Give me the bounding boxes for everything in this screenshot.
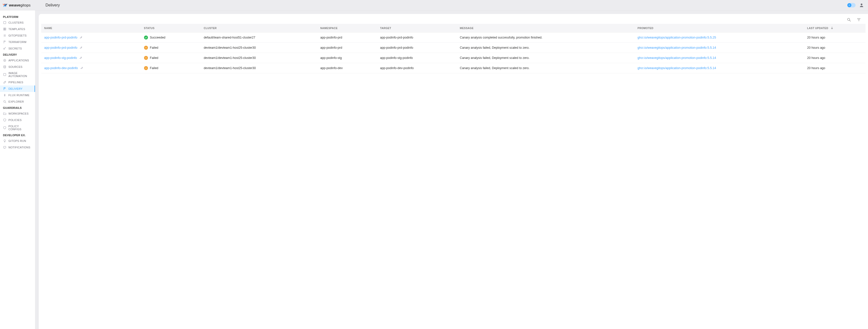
sidebar-item-label: CLUSTERS xyxy=(8,21,24,24)
column-header-target[interactable]: TARGET xyxy=(377,24,457,33)
delivery-name-link[interactable]: app-podinfo-stg-podinfo xyxy=(44,56,77,60)
sidebar-item-label: WORKSPACES xyxy=(8,112,29,115)
cell-target: app-podinfo-stg-podinfo xyxy=(377,53,457,63)
column-header-last-updated[interactable]: LAST UPDATED xyxy=(804,24,866,33)
cell-cluster: default/team-shared-host51-cluster27 xyxy=(200,33,317,43)
terraform-icon xyxy=(3,40,6,44)
topbar: weavegitops Delivery xyxy=(0,0,868,10)
cell-target: app-podinfo-prd-podinfo xyxy=(377,43,457,53)
flux-icon xyxy=(3,93,6,97)
delivery-name-link[interactable]: app-podinfo-prd-podinfo xyxy=(44,46,77,50)
promoted-link[interactable]: ghcr.io/weavegitops/application-promotio… xyxy=(638,56,716,60)
sidebar-item-label: EXPLORER xyxy=(8,100,24,103)
sidebar-item-applications[interactable]: APPLICATIONS xyxy=(0,57,35,64)
theme-toggle[interactable] xyxy=(847,3,856,7)
clusters-icon xyxy=(3,21,6,24)
delivery-icon xyxy=(3,87,6,90)
cell-target: app-podinfo-prd-podinfo xyxy=(377,33,457,43)
page-title: Delivery xyxy=(45,3,60,7)
promoted-link[interactable]: ghcr.io/weavegitops/application-promotio… xyxy=(638,66,716,70)
brand-name: weavegitops xyxy=(9,3,31,7)
table-row: app-podinfo-stg-podinfoFaileddevteam1/de… xyxy=(41,53,866,63)
sidebar: PLATFORMCLUSTERSTEMPLATESGITOPSSETSTERRA… xyxy=(0,10,35,329)
delivery-table: NAMESTATUSCLUSTERNAMESPACETARGETMESSAGEP… xyxy=(41,24,866,73)
pipelines-icon xyxy=(3,81,6,84)
notifications-icon xyxy=(3,146,6,149)
status-label: Succeeded xyxy=(150,36,165,39)
column-header-promoted[interactable]: PROMOTED xyxy=(634,24,804,33)
sidebar-item-sources[interactable]: SOURCES xyxy=(0,64,35,70)
sidebar-item-templates[interactable]: TEMPLATES xyxy=(0,26,35,32)
canary-icon xyxy=(79,35,83,39)
sidebar-item-label: IMAGE AUTOMATION xyxy=(8,71,32,78)
image-automation-icon xyxy=(3,73,6,76)
sidebar-item-label: PIPELINES xyxy=(8,81,23,84)
sidebar-item-notifications[interactable]: NOTIFICATIONS xyxy=(0,144,35,151)
cell-namespace: app-podinfo-prd xyxy=(317,43,377,53)
brand[interactable]: weavegitops xyxy=(2,3,31,8)
column-header-name[interactable]: NAME xyxy=(41,24,141,33)
cell-cluster: devteam1/devteam1-host25-cluster30 xyxy=(200,63,317,73)
cell-namespace: app-podinfo-dev xyxy=(317,63,377,73)
status-failed-icon xyxy=(144,46,148,50)
sidebar-item-label: FLUX RUNTIME xyxy=(8,94,30,97)
sidebar-item-label: NOTIFICATIONS xyxy=(8,146,30,149)
delivery-name-link[interactable]: app-podinfo-prd-podinfo xyxy=(44,36,77,39)
sidebar-item-image-automation[interactable]: IMAGE AUTOMATION xyxy=(0,70,35,79)
delivery-name-link[interactable]: app-podinfo-dev-podinfo xyxy=(44,66,78,70)
sidebar-item-explorer[interactable]: EXPLORER xyxy=(0,98,35,105)
sidebar-item-workspaces[interactable]: WORKSPACES xyxy=(0,110,35,117)
table-row: app-podinfo-prd-podinfoSucceededdefault/… xyxy=(41,33,866,43)
sidebar-item-clusters[interactable]: CLUSTERS xyxy=(0,19,35,26)
promoted-link[interactable]: ghcr.io/weavegitops/application-promotio… xyxy=(638,46,716,50)
table-row: app-podinfo-prd-podinfoFaileddevteam1/de… xyxy=(41,43,866,53)
policies-icon xyxy=(3,118,6,122)
sidebar-item-gitops-run[interactable]: GITOPS RUN xyxy=(0,138,35,144)
applications-icon xyxy=(3,59,6,62)
cell-message: Canary analysis completed successfully, … xyxy=(457,33,634,43)
sidebar-section-label: DELIVERY xyxy=(0,52,35,57)
column-header-namespace[interactable]: NAMESPACE xyxy=(317,24,377,33)
sidebar-item-label: POLICIES xyxy=(8,119,22,121)
sidebar-item-label: TEMPLATES xyxy=(8,28,25,31)
gitopssets-icon xyxy=(3,34,6,37)
sidebar-item-delivery[interactable]: DELIVERY xyxy=(0,86,35,92)
cell-cluster: devteam1/devteam1-host25-cluster30 xyxy=(200,53,317,63)
sidebar-item-label: POLICY CONFIGS xyxy=(8,125,32,131)
sources-icon xyxy=(3,65,6,68)
sidebar-item-label: GITOPSSETS xyxy=(8,34,27,37)
status-success-icon xyxy=(144,35,148,39)
cell-namespace: app-podinfo-stg xyxy=(317,53,377,63)
sidebar-section-label: GUARDRAILS xyxy=(0,105,35,110)
sun-icon xyxy=(848,4,850,6)
column-header-status[interactable]: STATUS xyxy=(141,24,201,33)
sidebar-item-gitopssets[interactable]: GITOPSSETS xyxy=(0,32,35,39)
weave-logo-icon xyxy=(2,3,7,8)
sidebar-item-label: SOURCES xyxy=(8,65,23,68)
column-header-message[interactable]: MESSAGE xyxy=(457,24,634,33)
explorer-icon xyxy=(3,100,6,103)
search-icon[interactable] xyxy=(847,18,851,22)
cell-message: Canary analysis failed, Deployment scale… xyxy=(457,53,634,63)
templates-icon xyxy=(3,27,6,31)
cell-message: Canary analysis failed, Deployment scale… xyxy=(457,43,634,53)
status-failed-icon xyxy=(144,56,148,60)
user-icon[interactable] xyxy=(859,3,864,8)
sidebar-item-label: DELIVERY xyxy=(8,87,23,90)
sidebar-item-pipelines[interactable]: PIPELINES xyxy=(0,79,35,86)
cell-target: app-podinfo-dev-podinfo xyxy=(377,63,457,73)
sidebar-item-terraform[interactable]: TERRAFORM xyxy=(0,39,35,45)
sidebar-item-policies[interactable]: POLICIES xyxy=(0,117,35,123)
sidebar-item-flux-runtime[interactable]: FLUX RUNTIME xyxy=(0,92,35,98)
column-header-label: LAST UPDATED xyxy=(807,27,828,30)
cell-cluster: devteam1/devteam1-host25-cluster30 xyxy=(200,43,317,53)
sidebar-item-label: GITOPS RUN xyxy=(8,140,26,142)
sidebar-item-secrets[interactable]: SECRETS xyxy=(0,45,35,52)
promoted-link[interactable]: ghcr.io/weavegitops/application-promotio… xyxy=(638,36,716,39)
filter-icon[interactable] xyxy=(857,18,861,22)
column-header-cluster[interactable]: CLUSTER xyxy=(200,24,317,33)
sidebar-item-policy-configs[interactable]: POLICY CONFIGS xyxy=(0,123,35,132)
canary-icon xyxy=(79,56,83,60)
cell-last-updated: 20 hours ago xyxy=(804,63,866,73)
status-failed-icon xyxy=(144,66,148,70)
